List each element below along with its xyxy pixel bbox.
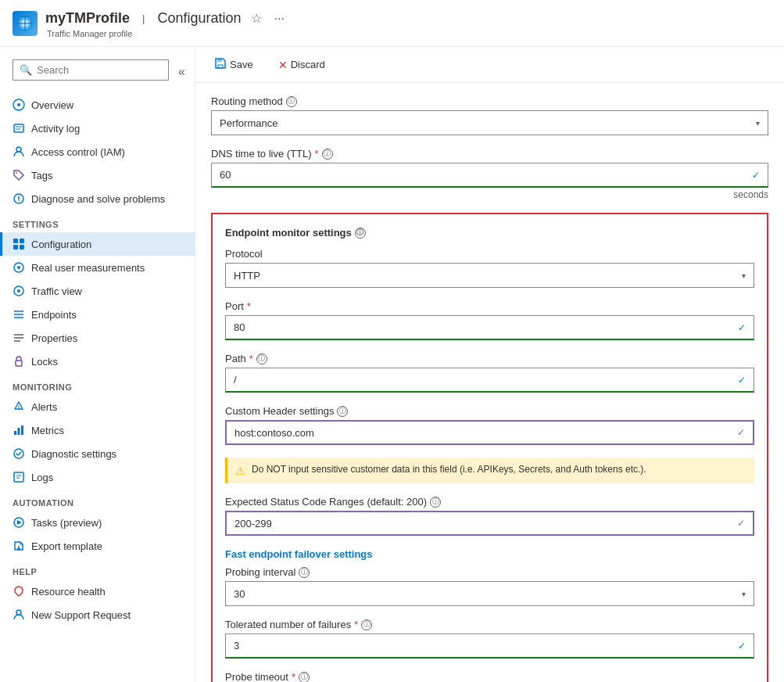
search-icon: 🔍 bbox=[20, 64, 32, 76]
probing-interval-group: Probing interval ⓘ 30 ▾ bbox=[225, 566, 754, 606]
sidebar-label-tags: Tags bbox=[31, 170, 52, 181]
favorite-button[interactable]: ☆ bbox=[248, 8, 265, 29]
sidebar-item-traffic-view[interactable]: Traffic view bbox=[0, 279, 195, 303]
probe-timeout-info-icon[interactable]: ⓘ bbox=[299, 672, 310, 683]
export-template-icon bbox=[13, 540, 25, 552]
sidebar-item-iam[interactable]: Access control (IAM) bbox=[0, 140, 195, 163]
discard-button[interactable]: ✕ Discard bbox=[272, 55, 331, 75]
probing-interval-info-icon[interactable]: ⓘ bbox=[299, 567, 310, 578]
title-separator: | bbox=[142, 13, 145, 24]
sidebar-label-configuration: Configuration bbox=[31, 239, 91, 250]
svg-point-30 bbox=[18, 408, 19, 409]
path-required: * bbox=[249, 353, 253, 364]
sidebar-item-rum[interactable]: Real user measurements bbox=[0, 256, 195, 279]
path-field[interactable]: / ✓ bbox=[225, 368, 754, 393]
alerts-icon bbox=[13, 400, 25, 413]
sidebar-item-locks[interactable]: Locks bbox=[0, 350, 195, 373]
sidebar-item-endpoints[interactable]: Endpoints bbox=[0, 303, 195, 326]
dns-ttl-field[interactable]: 60 ✓ bbox=[211, 163, 768, 188]
app-icon bbox=[13, 11, 38, 36]
toolbar: Save ✕ Discard bbox=[195, 47, 784, 83]
sidebar-item-alerts[interactable]: Alerts bbox=[0, 395, 195, 418]
port-group: Port * 80 ✓ bbox=[225, 300, 754, 340]
sidebar-item-logs[interactable]: Logs bbox=[0, 465, 195, 489]
collapse-sidebar-button[interactable]: « bbox=[175, 65, 188, 79]
svg-rect-6 bbox=[14, 124, 23, 132]
endpoint-monitor-title: Endpoint monitor settings ⓘ bbox=[225, 227, 754, 239]
save-button[interactable]: Save bbox=[208, 53, 260, 76]
tolerated-failures-required: * bbox=[354, 619, 358, 630]
protocol-select[interactable]: HTTP ▾ bbox=[225, 263, 754, 288]
sidebar-item-configuration[interactable]: Configuration bbox=[0, 232, 195, 256]
sidebar-label-alerts: Alerts bbox=[31, 401, 57, 413]
port-field[interactable]: 80 ✓ bbox=[225, 315, 754, 340]
probing-interval-chevron-icon: ▾ bbox=[742, 590, 746, 598]
endpoint-monitor-info-icon[interactable]: ⓘ bbox=[355, 228, 366, 239]
save-label: Save bbox=[230, 59, 253, 70]
sidebar-item-metrics[interactable]: Metrics bbox=[0, 418, 195, 442]
sidebar-label-diagnose: Diagnose and solve problems bbox=[31, 193, 165, 205]
tolerated-failures-info-icon[interactable]: ⓘ bbox=[361, 619, 372, 630]
status-code-info-icon[interactable]: ⓘ bbox=[430, 497, 441, 508]
probing-interval-select[interactable]: 30 ▾ bbox=[225, 581, 754, 606]
sidebar-item-new-support[interactable]: New Support Request bbox=[0, 603, 195, 626]
discard-icon: ✕ bbox=[278, 59, 288, 71]
locks-icon bbox=[13, 355, 25, 368]
config-icon bbox=[13, 238, 25, 250]
tolerated-failures-field[interactable]: 3 ✓ bbox=[225, 634, 754, 659]
new-support-icon bbox=[13, 608, 25, 621]
tags-icon bbox=[13, 169, 25, 181]
svg-rect-14 bbox=[13, 239, 18, 243]
custom-header-field[interactable]: host:contoso.com ✓ bbox=[225, 420, 754, 445]
sidebar-item-activity-log[interactable]: Activity log bbox=[0, 117, 195, 140]
svg-point-13 bbox=[18, 200, 20, 202]
svg-rect-43 bbox=[217, 59, 222, 62]
sidebar-label-diagnostic-settings: Diagnostic settings bbox=[31, 448, 116, 460]
sidebar-item-properties[interactable]: Properties bbox=[0, 326, 195, 350]
status-code-label: Expected Status Code Ranges (default: 20… bbox=[225, 496, 754, 508]
overview-icon bbox=[13, 99, 25, 111]
sidebar-label-tasks: Tasks (preview) bbox=[31, 517, 102, 529]
properties-icon bbox=[13, 332, 25, 344]
sidebar-item-diagnostic-settings[interactable]: Diagnostic settings bbox=[0, 442, 195, 465]
routing-method-info-icon[interactable]: ⓘ bbox=[286, 96, 297, 107]
sidebar-item-export-template[interactable]: Export template bbox=[0, 534, 195, 558]
sidebar-label-activity-log: Activity log bbox=[31, 123, 80, 135]
activity-log-icon bbox=[13, 122, 25, 135]
form-area: Routing method ⓘ Performance ▾ DNS time … bbox=[195, 83, 784, 682]
dns-ttl-group: DNS time to live (TTL) * ⓘ 60 ✓ seconds bbox=[211, 148, 768, 200]
status-code-check-icon: ✓ bbox=[737, 518, 745, 529]
more-options-button[interactable]: ··· bbox=[271, 9, 288, 29]
sidebar-label-export-template: Export template bbox=[31, 540, 102, 552]
custom-header-info-icon[interactable]: ⓘ bbox=[337, 406, 348, 417]
sidebar-item-tasks[interactable]: Tasks (preview) bbox=[0, 511, 195, 534]
sidebar-label-iam: Access control (IAM) bbox=[31, 146, 125, 158]
probe-timeout-required: * bbox=[292, 671, 295, 682]
diagnose-icon bbox=[13, 192, 25, 205]
sidebar-item-diagnose[interactable]: Diagnose and solve problems bbox=[0, 187, 195, 210]
routing-method-select[interactable]: Performance ▾ bbox=[211, 110, 768, 135]
search-box[interactable]: 🔍 bbox=[13, 59, 169, 81]
path-group: Path * ⓘ / ✓ bbox=[225, 353, 754, 393]
sidebar-label-locks: Locks bbox=[31, 356, 58, 368]
sidebar-item-tags[interactable]: Tags bbox=[0, 163, 195, 187]
probe-timeout-label: Probe timeout * ⓘ bbox=[225, 671, 754, 682]
sidebar-item-resource-health[interactable]: Resource health bbox=[0, 580, 195, 603]
sidebar-label-endpoints: Endpoints bbox=[31, 309, 77, 321]
sidebar-item-overview[interactable]: Overview bbox=[0, 93, 195, 117]
svg-rect-28 bbox=[16, 361, 22, 366]
sidebar-label-resource-health: Resource health bbox=[31, 586, 106, 598]
dns-ttl-label: DNS time to live (TTL) * ⓘ bbox=[211, 148, 768, 160]
custom-header-group: Custom Header settings ⓘ host:contoso.co… bbox=[225, 405, 754, 445]
path-info-icon[interactable]: ⓘ bbox=[256, 354, 267, 364]
sidebar-label-overview: Overview bbox=[31, 99, 73, 111]
resource-name: myTMProfile bbox=[45, 10, 130, 27]
monitoring-section-label: Monitoring bbox=[0, 373, 195, 395]
resource-subtitle: Traffic Manager profile bbox=[47, 29, 288, 38]
status-code-field[interactable]: 200-299 ✓ bbox=[225, 511, 754, 536]
tolerated-failures-label: Tolerated number of failures * ⓘ bbox=[225, 619, 754, 630]
path-label: Path * ⓘ bbox=[225, 353, 754, 364]
dns-ttl-info-icon[interactable]: ⓘ bbox=[322, 149, 333, 160]
search-input[interactable] bbox=[37, 64, 162, 76]
port-label: Port * bbox=[225, 300, 754, 312]
